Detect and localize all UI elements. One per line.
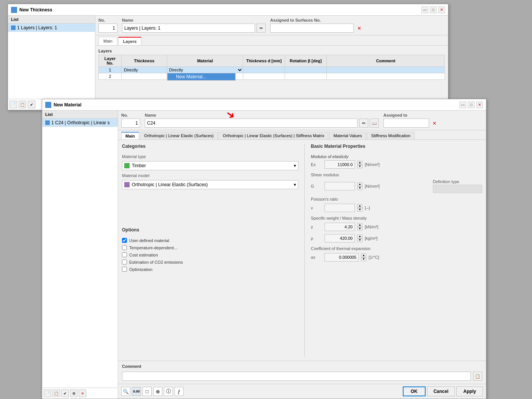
rho-up-btn[interactable]: ▲ [357,234,363,238]
ex-input[interactable] [325,160,355,169]
material-assigned-clear-btn[interactable]: ✕ [431,119,438,127]
definition-type-group: Definition type [433,179,482,193]
material-assigned-input[interactable] [383,119,429,128]
material-assigned-label: Assigned to [383,113,483,117]
thickness-tab-layers[interactable]: Layers [118,37,141,45]
material-add-btn[interactable]: 📄 [44,390,51,397]
cell-thickness-1: Directly [122,67,167,73]
thickness-name-edit-btn[interactable]: ✏ [256,24,266,33]
gamma-row: γ ▲ ▼ [kN/m³] [311,223,482,231]
thickness-copy-btn[interactable]: 📋 [19,101,26,108]
col-rotation: Rotation β [deg] [285,55,327,67]
v-up-btn[interactable]: ▲ [357,204,363,208]
option-co2: Estimation of CO2 emissions [122,260,298,264]
thickness-minimize-btn[interactable]: — [421,6,428,13]
material-name-book-btn[interactable]: 📖 [370,119,379,128]
new-material-option[interactable]: New Material... [168,73,235,80]
material-name-input[interactable] [145,119,358,128]
ok-btn[interactable]: OK [403,386,426,396]
material-select-1[interactable]: Directly New Material... [167,67,243,73]
material-no-label: No. [121,113,140,117]
material-model-value-row: Orthotropic | Linear Elastic (Surfaces) [124,182,208,187]
mat-tab-stiffness-matrix[interactable]: Orthotropic | Linear Elastic (Surfaces) … [218,132,328,139]
definition-type-input[interactable] [433,185,482,193]
cell-d-2 [243,73,285,80]
table-row: 1 Directly Directly New Material... [99,67,445,73]
mat-tab-material-values[interactable]: Material Values [329,132,366,139]
g-input[interactable] [325,182,355,190]
option-co2-check[interactable] [122,260,127,264]
material-list-item[interactable]: 1 C24 | Orthotropic | Linear s [42,119,118,127]
thickness-no-input[interactable] [98,24,117,33]
search-btn[interactable]: 🔍 [121,387,130,396]
material-no-input[interactable] [121,119,140,128]
option-temp-dependent-check[interactable] [122,245,127,250]
thickness-window: New Thickness — □ ✕ List 1 Layers | Laye… [8,4,448,110]
rho-input[interactable] [325,234,355,242]
thickness-list-icon [11,25,16,30]
v-down-btn[interactable]: ▼ [357,208,363,212]
alpha-down-btn[interactable]: ▼ [361,257,366,261]
option-user-defined-check[interactable] [122,238,127,243]
ex-up-btn[interactable]: ▲ [357,161,363,165]
thickness-maximize-btn[interactable]: □ [430,6,437,13]
square-btn[interactable]: □ [142,387,152,396]
thickness-content: No. Name ✏ Assigned to Surfaces No. ✕ [95,16,448,110]
option-cost-check[interactable] [122,252,127,257]
material-name-edit-btn[interactable]: ✏ [359,119,368,128]
cell-material-1[interactable]: Directly New Material... New Material... [167,67,243,73]
alpha-up-btn[interactable]: ▲ [361,253,366,257]
material-delete-btn[interactable]: ✕ [79,390,86,397]
gamma-up-btn[interactable]: ▲ [357,223,363,227]
gamma-down-btn[interactable]: ▼ [357,227,363,231]
g-down-btn[interactable]: ▼ [357,186,363,190]
v-input[interactable] [325,204,355,212]
cancel-btn[interactable]: Cancel [427,386,455,396]
thickness-tab-main[interactable]: Main [98,37,117,45]
thickness-assigned-input[interactable] [270,24,354,33]
alpha-input[interactable] [325,253,359,261]
comment-copy-btn[interactable]: 📋 [473,372,482,381]
material-type-select[interactable]: Timber ▾ [122,161,298,170]
material-minimize-btn[interactable]: — [459,101,466,108]
material-close-btn[interactable]: ✕ [476,101,483,108]
mat-tab-stiffness-mod[interactable]: Stiffness Modification [367,132,415,139]
material-window-controls: — □ ✕ [459,101,483,108]
comment-input[interactable] [122,372,471,381]
thickness-window-controls: — □ ✕ [421,6,445,13]
cursor-btn[interactable]: ⊕ [153,387,162,396]
thickness-check-btn[interactable]: ✔ [28,101,35,108]
thickness-name-input[interactable] [122,24,255,33]
material-tab-bar: Main Orthotropic | Linear Elastic (Surfa… [118,130,486,140]
ex-down-btn[interactable]: ▼ [357,165,363,168]
thickness-list-item[interactable]: 1 Layers | Layers: 1 [8,24,95,32]
material-list-spacer [42,127,118,388]
thickness-assigned-clear-btn[interactable]: ✕ [355,24,363,32]
material-check-btn[interactable]: ✔ [61,390,69,397]
material-window-icon [45,102,51,108]
col-thickness: Thickness [122,55,167,67]
option-cost-estimation: Cost estimation [122,252,298,257]
zoom-btn[interactable]: 0.00 [132,387,141,396]
func-btn[interactable]: ƒ [174,387,184,396]
g-up-btn[interactable]: ▲ [357,182,363,186]
apply-btn[interactable]: Apply [456,386,483,396]
option-optimization-label: Optimization [129,267,152,272]
material-copy-btn[interactable]: 📋 [52,390,60,397]
thickness-add-btn[interactable]: 📄 [10,101,17,108]
mat-tab-main[interactable]: Main [121,132,139,139]
info-btn[interactable]: ⓘ [164,387,173,396]
mat-tab-orthotropic[interactable]: Orthotropic | Linear Elastic (Surfaces) [140,132,218,139]
v-spinner: ▲ ▼ [357,204,363,212]
thickness-close-btn[interactable]: ✕ [438,6,445,13]
material-inner: List 1 C24 | Orthotropic | Linear s 📄 📋 … [42,111,486,399]
material-type-value: Timber [132,163,146,168]
gamma-input[interactable] [325,223,355,231]
rho-down-btn[interactable]: ▼ [357,238,363,242]
specific-weight-label: Specific weight / Mass density [311,216,482,220]
option-optimization-check[interactable] [122,267,127,272]
material-maximize-btn[interactable]: □ [468,101,475,108]
material-model-select[interactable]: Orthotropic | Linear Elastic (Surfaces) … [122,180,298,189]
categories-spacer [122,192,298,223]
material-extra-btn[interactable]: ⚙ [70,390,78,397]
